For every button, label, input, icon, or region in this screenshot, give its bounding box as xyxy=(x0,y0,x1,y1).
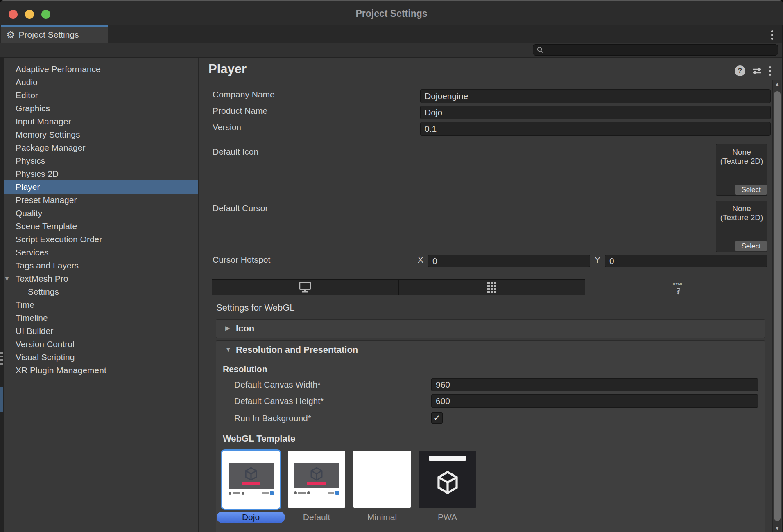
company-name-label: Company Name xyxy=(213,90,275,99)
version-label: Version xyxy=(213,122,241,132)
sidebar-item-tags-and-layers[interactable]: Tags and Layers xyxy=(0,259,198,272)
desktop-icon xyxy=(299,282,311,293)
sidebar-item-version-control[interactable]: Version Control xyxy=(0,338,198,351)
unity-logo-icon xyxy=(244,467,258,481)
check-icon: ✓ xyxy=(434,413,441,422)
sidebar-item-visual-scripting[interactable]: Visual Scripting xyxy=(0,351,198,364)
canvas-width-label: Default Canvas Width* xyxy=(234,380,321,390)
background-window-edge xyxy=(0,58,4,532)
sidebar-item-time[interactable]: Time xyxy=(0,298,198,311)
default-cursor-select-button[interactable]: Select xyxy=(735,241,767,251)
sidebar-item-xr-plugin-management[interactable]: XR Plugin Management xyxy=(0,364,198,377)
resolution-presentation-section: ▼ Resolution and Presentation Resolution… xyxy=(216,340,765,532)
sidebar-item-textmesh-settings[interactable]: Settings xyxy=(0,285,198,298)
unity-logo-icon xyxy=(436,471,459,494)
product-name-input[interactable] xyxy=(420,106,771,119)
sidebar-item-quality[interactable]: Quality xyxy=(0,207,198,220)
sidebar-item-memory-settings[interactable]: Memory Settings xyxy=(0,128,198,141)
canvas-height-input[interactable] xyxy=(431,394,758,408)
search-input[interactable] xyxy=(546,45,778,55)
tab-strip-menu-button[interactable] xyxy=(771,30,773,40)
hotspot-x-input[interactable] xyxy=(428,255,590,267)
webgl-template-title: WebGL Template xyxy=(223,433,295,444)
default-icon-label: Default Icon xyxy=(213,147,258,157)
sidebar-item-physics-2d[interactable]: Physics 2D xyxy=(0,167,198,180)
sidebar-item-scene-template[interactable]: Scene Template xyxy=(0,220,198,233)
default-icon-select-button[interactable]: Select xyxy=(735,185,767,195)
default-icon-texture-field[interactable]: None (Texture 2D) Select xyxy=(716,144,767,196)
gear-icon: ⚙ xyxy=(6,30,15,40)
product-name-label: Product Name xyxy=(213,106,267,116)
canvas-width-input[interactable] xyxy=(431,378,758,391)
server-icon xyxy=(487,282,496,293)
hotspot-x-label: X xyxy=(418,255,423,265)
loading-bar-accent xyxy=(242,482,260,485)
platform-tab-dedicated-server[interactable] xyxy=(398,279,585,295)
foldout-open-icon[interactable]: ▼ xyxy=(225,346,231,353)
sidebar-item-physics[interactable]: Physics xyxy=(0,154,198,167)
hotspot-y-input[interactable] xyxy=(605,255,767,267)
template-label-pwa: PWA xyxy=(419,512,476,522)
scrollbar-thumb[interactable] xyxy=(774,91,781,521)
page-title: Player xyxy=(208,62,247,77)
template-label-default: Default xyxy=(288,512,345,522)
settings-toolbar xyxy=(0,43,783,58)
template-label-dojo-selected[interactable]: Dojo xyxy=(217,512,285,523)
canvas-height-label: Default Canvas Height* xyxy=(234,396,324,406)
unity-logo-icon xyxy=(310,467,324,481)
run-in-background-checkbox[interactable]: ✓ xyxy=(431,412,443,424)
template-card-pwa[interactable] xyxy=(419,451,476,508)
search-field[interactable] xyxy=(533,44,778,56)
cursor-hotspot-label: Cursor Hotspot xyxy=(213,255,270,265)
default-cursor-texture-field[interactable]: None (Texture 2D) Select xyxy=(716,201,767,252)
icon-section-title: Icon xyxy=(236,323,254,334)
sidebar-item-adaptive-performance[interactable]: Adaptive Performance xyxy=(0,63,198,76)
company-name-input[interactable] xyxy=(420,89,771,103)
settings-category-list: Adaptive Performance Audio Editor Graphi… xyxy=(0,58,199,532)
template-card-minimal[interactable] xyxy=(353,451,411,508)
sidebar-item-services[interactable]: Services xyxy=(0,246,198,259)
sidebar-item-editor[interactable]: Editor xyxy=(0,89,198,102)
vertical-scrollbar[interactable]: ▲ ▼ xyxy=(772,80,781,532)
icon-section[interactable]: ▶ Icon xyxy=(216,319,765,338)
platform-tab-webgl[interactable]: HTML 5 xyxy=(585,279,771,295)
sidebar-item-player[interactable]: Player xyxy=(0,180,198,194)
platform-tab-bar: HTML 5 xyxy=(212,279,771,295)
tab-project-settings[interactable]: ⚙ Project Settings xyxy=(1,25,108,43)
sidebar-item-textmesh-pro[interactable]: ▼ TextMesh Pro xyxy=(0,272,198,285)
template-thumbnail xyxy=(294,463,339,489)
project-settings-window: Project Settings ⚙ Project Settings Adap… xyxy=(0,0,783,532)
scroll-down-icon[interactable]: ▼ xyxy=(773,525,782,531)
settings-for-platform-label: Settings for WebGL xyxy=(216,302,295,313)
sidebar-item-ui-builder[interactable]: UI Builder xyxy=(0,325,198,338)
loading-bar-accent xyxy=(307,482,326,485)
sidebar-item-script-execution-order[interactable]: Script Execution Order xyxy=(0,233,198,246)
platform-tab-desktop[interactable] xyxy=(212,279,398,295)
template-label-minimal: Minimal xyxy=(353,512,411,522)
template-thumbnail xyxy=(229,463,274,489)
template-card-dojo[interactable] xyxy=(221,449,281,510)
sidebar-item-timeline[interactable]: Timeline xyxy=(0,311,198,325)
default-cursor-label: Default Cursor xyxy=(213,203,268,213)
pane-menu-icon[interactable] xyxy=(769,66,771,76)
sidebar-item-input-manager[interactable]: Input Manager xyxy=(0,115,198,128)
sidebar-item-preset-manager[interactable]: Preset Manager xyxy=(0,194,198,207)
hotspot-y-label: Y xyxy=(595,255,600,265)
foldout-closed-icon[interactable]: ▶ xyxy=(225,325,230,332)
resolution-section-title[interactable]: Resolution and Presentation xyxy=(236,345,358,355)
tab-label: Project Settings xyxy=(19,30,79,40)
titlebar: Project Settings xyxy=(0,0,783,25)
version-input[interactable] xyxy=(420,122,771,136)
sidebar-item-package-manager[interactable]: Package Manager xyxy=(0,141,198,154)
player-settings-pane: Player ? Company Name Product Name Versi… xyxy=(199,58,783,532)
search-icon xyxy=(537,47,544,54)
resolution-subheader: Resolution xyxy=(223,364,267,374)
template-card-default[interactable] xyxy=(288,451,345,508)
sidebar-item-graphics[interactable]: Graphics xyxy=(0,102,198,115)
scroll-up-icon[interactable]: ▲ xyxy=(773,81,782,87)
foldout-open-icon[interactable]: ▼ xyxy=(4,272,10,285)
html5-icon: HTML 5 xyxy=(673,280,683,295)
help-icon[interactable]: ? xyxy=(735,65,745,76)
sidebar-item-audio[interactable]: Audio xyxy=(0,76,198,89)
presets-icon[interactable] xyxy=(752,65,763,76)
